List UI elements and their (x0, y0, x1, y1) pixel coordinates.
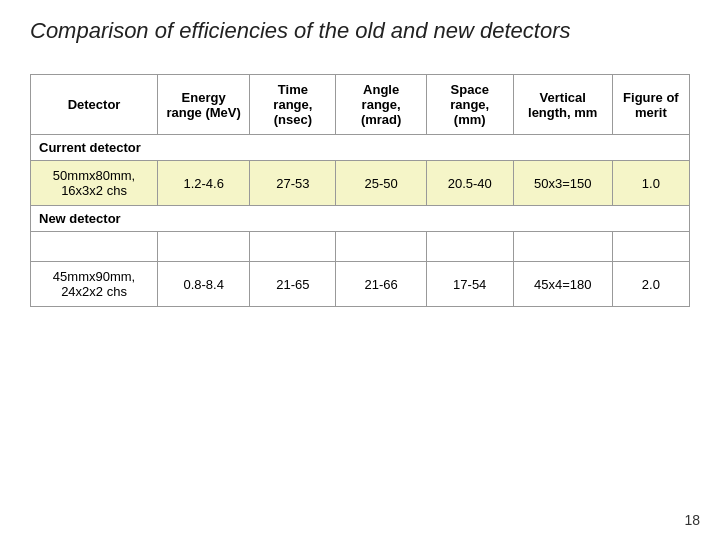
row-new-empty-energy (158, 232, 250, 262)
col-header-vertical: Vertical length, mm (513, 75, 612, 135)
page-title: Comparison of efficiencies of the old an… (0, 0, 720, 54)
row-new-figure: 2.0 (612, 262, 689, 307)
row-new-empty-space (426, 232, 513, 262)
section-current-label: Current detector (31, 135, 690, 161)
row-new-detector: 45mmx90mm, 24x2x2 chs (31, 262, 158, 307)
col-header-figure: Figure of merit (612, 75, 689, 135)
row-current-detector: 50mmx80mm, 16x3x2 chs (31, 161, 158, 206)
row-new-empty-time (250, 232, 336, 262)
col-header-space: Space range, (mm) (426, 75, 513, 135)
row-current-figure: 1.0 (612, 161, 689, 206)
row-current-time: 27-53 (250, 161, 336, 206)
col-header-time: Time range, (nsec) (250, 75, 336, 135)
row-new-angle: 21-66 (336, 262, 426, 307)
row-new-energy: 0.8-8.4 (158, 262, 250, 307)
row-new-space: 17-54 (426, 262, 513, 307)
row-current-space: 20.5-40 (426, 161, 513, 206)
row-current-vertical: 50x3=150 (513, 161, 612, 206)
row-new-empty-detector (31, 232, 158, 262)
col-header-angle: Angle range, (mrad) (336, 75, 426, 135)
row-new-time: 21-65 (250, 262, 336, 307)
row-new-empty-angle (336, 232, 426, 262)
row-current-angle: 25-50 (336, 161, 426, 206)
row-new-vertical: 45x4=180 (513, 262, 612, 307)
page-number: 18 (684, 512, 700, 528)
row-new-empty-figure (612, 232, 689, 262)
row-current-energy: 1.2-4.6 (158, 161, 250, 206)
col-header-detector: Detector (31, 75, 158, 135)
row-new-empty-vertical (513, 232, 612, 262)
section-new-label: New detector (31, 206, 690, 232)
comparison-table: Detector Energy range (MeV) Time range, … (30, 74, 690, 307)
col-header-energy: Energy range (MeV) (158, 75, 250, 135)
